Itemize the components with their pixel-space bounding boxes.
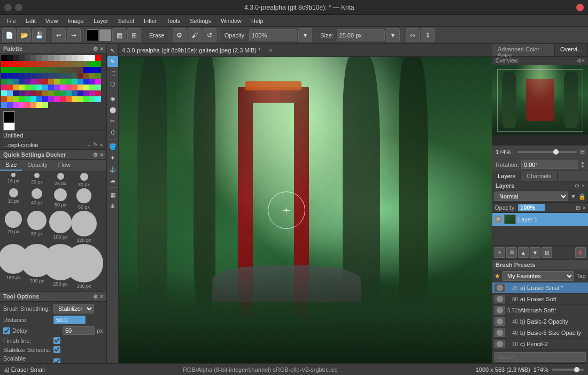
color-swatch[interactable] [7, 79, 13, 85]
color-swatch[interactable] [72, 73, 78, 79]
rotation-spinner[interactable]: ▲ ▼ [581, 160, 585, 169]
color-swatch[interactable] [25, 67, 30, 73]
advanced-color-tab[interactable]: Advanced Color Selec... [492, 44, 555, 56]
color-swatch[interactable] [19, 96, 25, 102]
open-file-button[interactable]: 📂 [17, 28, 31, 42]
color-swatch[interactable] [19, 55, 25, 61]
brush-size-item[interactable]: 35 px [2, 188, 25, 210]
color-swatch[interactable] [1, 73, 7, 79]
color-swatch[interactable] [95, 55, 101, 61]
color-swatch[interactable] [72, 61, 78, 67]
color-swatch[interactable] [83, 90, 89, 96]
delay-input[interactable] [63, 326, 95, 335]
color-swatch[interactable] [1, 102, 7, 108]
opacity-input[interactable] [518, 204, 545, 211]
color-swatch[interactable] [54, 85, 60, 90]
color-swatch[interactable] [30, 96, 36, 102]
brush-size-item[interactable]: 20 px [26, 173, 48, 187]
color-swatch[interactable] [54, 73, 60, 79]
color-swatch[interactable] [48, 90, 54, 96]
opacity-close-icon[interactable]: × [583, 204, 586, 211]
color-swatch[interactable] [7, 61, 13, 67]
select-tool-button[interactable]: ↖ [107, 45, 118, 56]
opacity-input[interactable] [249, 29, 297, 41]
color-swatch[interactable] [30, 61, 36, 67]
color-swatch[interactable] [25, 61, 30, 67]
color-swatch[interactable] [42, 90, 48, 96]
color-swatch[interactable] [7, 67, 13, 73]
maximize-button[interactable] [15, 4, 22, 11]
rect-tool-button[interactable]: ⬚ [107, 67, 118, 78]
color-swatch[interactable] [36, 90, 42, 96]
color-swatch[interactable] [78, 96, 83, 102]
menu-item-settings[interactable]: Settings [185, 17, 215, 25]
color-swatch[interactable] [42, 96, 48, 102]
distance-input[interactable] [53, 316, 86, 324]
ellipse-tool-button[interactable]: ◉ [107, 93, 118, 104]
tool-options-btn[interactable]: ⚙ [173, 28, 187, 42]
brush-presets-combo[interactable]: My Favorites [502, 271, 574, 281]
color-swatch[interactable] [89, 61, 95, 67]
to-settings-icon[interactable]: ⚙ [93, 294, 98, 300]
color-swatch[interactable] [13, 73, 19, 79]
color-swatch[interactable] [30, 90, 36, 96]
menu-item-filter[interactable]: Filter [140, 17, 161, 25]
cut-tool-button[interactable]: ✂ [107, 116, 118, 126]
duplicate-layer-button[interactable]: ⧉ [506, 247, 517, 258]
fill-tool-button[interactable]: ⬤ [107, 104, 118, 115]
brush-preset-item[interactable]: 40b) Basic-2 Opacity [492, 316, 588, 327]
brush-delete-icon[interactable]: × [100, 142, 103, 148]
blend-mode-combo[interactable]: Normal Multiply Screen Overlay [494, 192, 568, 201]
color-swatch[interactable] [1, 61, 7, 67]
color-swatch[interactable] [66, 61, 72, 67]
color-swatch[interactable] [78, 79, 83, 85]
rotation-input[interactable] [521, 160, 578, 169]
color-swatch[interactable] [7, 85, 13, 90]
color-swatch[interactable] [72, 79, 78, 85]
brush-size-item[interactable]: 50 px [49, 188, 72, 210]
color-swatch[interactable] [42, 79, 48, 85]
overview-settings-icon[interactable]: ⚙× [577, 58, 585, 64]
color-swatch[interactable] [1, 90, 7, 96]
color-swatch[interactable] [36, 55, 42, 61]
color-swatch[interactable] [66, 67, 72, 73]
color-swatch[interactable] [48, 61, 54, 67]
color-swatch[interactable] [78, 67, 83, 73]
color-swatch[interactable] [7, 73, 13, 79]
color-swatch[interactable] [66, 96, 72, 102]
add-layer-button[interactable]: + [494, 247, 505, 258]
qs-settings-icon[interactable]: ⚙ [93, 152, 98, 158]
hex-tool-button[interactable]: ⬡ [107, 79, 118, 89]
color-swatch[interactable] [78, 85, 83, 90]
color-swatch[interactable] [7, 90, 13, 96]
zoom-fit-icon[interactable]: ⊞ [580, 148, 585, 155]
zoom-slider-thumb[interactable] [553, 149, 559, 155]
color-swatch[interactable] [89, 79, 95, 85]
brush-search-input[interactable] [494, 352, 586, 362]
color-swatch[interactable] [95, 96, 101, 102]
palette-close-icon[interactable]: × [100, 46, 103, 52]
color-swatch[interactable] [89, 67, 95, 73]
color-swatch[interactable] [48, 85, 54, 90]
redo-button[interactable]: ↪ [67, 28, 81, 42]
color-swatch[interactable] [19, 90, 25, 96]
color-swatch[interactable] [83, 79, 89, 85]
color-swatch[interactable] [25, 90, 30, 96]
path-tool-button[interactable]: ⟨⟩ [107, 127, 118, 137]
color-swatch[interactable] [95, 67, 101, 73]
color-swatch[interactable] [78, 61, 83, 67]
color-swatch[interactable] [42, 85, 48, 90]
color-swatch[interactable] [19, 102, 25, 108]
layers-tab-layers[interactable]: Layers [492, 171, 521, 181]
delay-check[interactable] [3, 327, 10, 334]
color-swatch[interactable] [72, 90, 78, 96]
add-tool-button[interactable]: ⊕ [107, 201, 118, 211]
layer-visibility-toggle[interactable]: 👁 [494, 216, 502, 223]
grid-btn[interactable]: ⊞ [127, 28, 141, 42]
color-swatch[interactable] [48, 67, 54, 73]
color-swatch[interactable] [54, 55, 60, 61]
pattern-btn[interactable]: ▦ [112, 28, 126, 42]
brush-presets-btn[interactable]: 🖌 [188, 28, 202, 42]
opacity-down-btn[interactable]: ▾ [298, 28, 312, 42]
layers-tab-channels[interactable]: Channels [521, 171, 557, 181]
